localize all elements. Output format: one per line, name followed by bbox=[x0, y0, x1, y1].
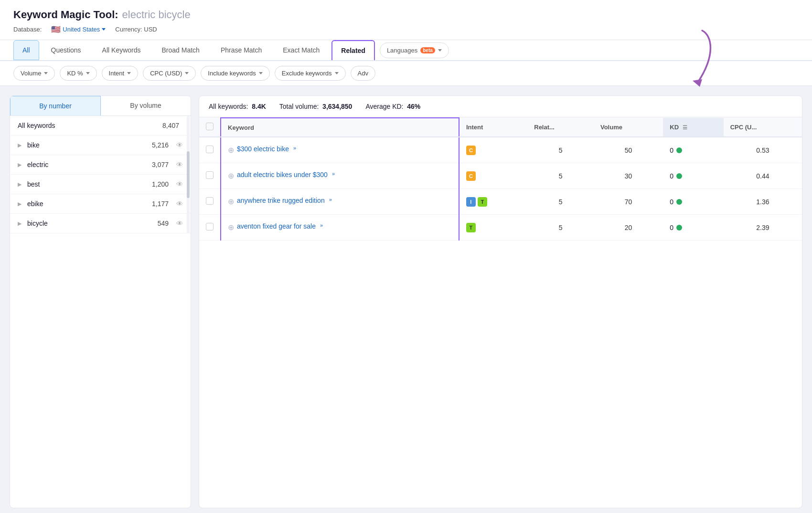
th-kd[interactable]: KD ☰ bbox=[663, 118, 723, 137]
keyword-text: anywhere trike rugged edition bbox=[237, 196, 325, 206]
th-volume[interactable]: Volume bbox=[594, 118, 663, 137]
filter-cpc-label: CPC (USD) bbox=[150, 70, 182, 77]
filter-volume[interactable]: Volume bbox=[13, 66, 55, 81]
keyword-text: aventon fixed gear for sale bbox=[237, 221, 316, 231]
filter-kd-label: KD % bbox=[67, 70, 83, 77]
kd-dot-icon bbox=[676, 147, 682, 153]
list-item[interactable]: ▶ ebike 1,177 👁 bbox=[10, 194, 191, 214]
row-checkbox[interactable] bbox=[206, 197, 214, 205]
navigate-icon[interactable]: » bbox=[320, 221, 323, 230]
keyword-cell[interactable]: ⊕ aventon fixed gear for sale » bbox=[221, 215, 459, 241]
add-keyword-icon[interactable]: ⊕ bbox=[228, 222, 234, 233]
tab-all[interactable]: All bbox=[13, 40, 39, 60]
tab-related[interactable]: Related bbox=[331, 40, 375, 61]
filter-include-keywords[interactable]: Include keywords bbox=[201, 66, 269, 81]
row-checkbox-cell[interactable] bbox=[199, 163, 221, 189]
stats-bar: All keywords: 8.4K Total volume: 3,634,8… bbox=[199, 96, 802, 117]
filter-kd[interactable]: KD % bbox=[60, 66, 96, 81]
intent-badge-c: C bbox=[466, 146, 476, 155]
eye-icon[interactable]: 👁 bbox=[176, 180, 183, 188]
keyword-cell[interactable]: ⊕ anywhere trike rugged edition » bbox=[221, 189, 459, 215]
eye-icon[interactable]: 👁 bbox=[176, 200, 183, 208]
row-checkbox[interactable] bbox=[206, 146, 214, 153]
keywords-table-area: All keywords: 8.4K Total volume: 3,634,8… bbox=[199, 95, 802, 508]
related-cell: 5 bbox=[527, 215, 594, 241]
th-related[interactable]: Relat... bbox=[527, 118, 594, 137]
all-keywords-label: All keywords: bbox=[209, 103, 248, 110]
sidebar-tab-by-volume[interactable]: By volume bbox=[101, 96, 191, 115]
sidebar-scroll-area: All keywords 8,407 ▶ bike 5,216 👁 ▶ elec… bbox=[10, 116, 191, 233]
sidebar-count-best: 1,200 bbox=[152, 180, 169, 188]
sidebar-all-keywords-count: 8,407 bbox=[162, 122, 179, 129]
database-value: United States bbox=[63, 26, 100, 33]
expand-icon: ▶ bbox=[18, 220, 21, 227]
tab-phrase-match[interactable]: Phrase Match bbox=[212, 40, 271, 60]
all-keywords-stat: All keywords: 8.4K bbox=[209, 103, 266, 110]
row-checkbox[interactable] bbox=[206, 223, 214, 230]
table-row: ⊕ adult electric bikes under $300 » C bbox=[199, 163, 802, 189]
filter-exclude-label: Exclude keywords bbox=[282, 70, 332, 77]
eye-icon[interactable]: 👁 bbox=[176, 141, 183, 149]
list-item[interactable]: ▶ electric 3,077 👁 bbox=[10, 155, 191, 175]
chevron-down-icon bbox=[259, 72, 263, 74]
list-item[interactable]: ▶ best 1,200 👁 bbox=[10, 175, 191, 194]
row-checkbox-cell[interactable] bbox=[199, 137, 221, 163]
tab-questions[interactable]: Questions bbox=[42, 40, 90, 60]
filter-intent[interactable]: Intent bbox=[102, 66, 139, 81]
languages-label: Languages bbox=[387, 47, 417, 54]
kd-dot-icon bbox=[676, 199, 682, 205]
select-all-checkbox[interactable] bbox=[206, 123, 214, 130]
add-keyword-icon[interactable]: ⊕ bbox=[228, 170, 234, 182]
tab-broad-match[interactable]: Broad Match bbox=[153, 40, 209, 60]
kd-cell: 0 bbox=[663, 163, 723, 189]
filter-exclude-keywords[interactable]: Exclude keywords bbox=[275, 66, 346, 81]
navigate-icon[interactable]: » bbox=[332, 170, 335, 178]
navigate-icon[interactable]: » bbox=[329, 196, 332, 204]
expand-icon: ▶ bbox=[18, 201, 21, 207]
eye-icon[interactable]: 👁 bbox=[176, 220, 183, 227]
th-checkbox[interactable] bbox=[199, 118, 221, 137]
tab-all-keywords[interactable]: All Keywords bbox=[93, 40, 150, 60]
list-item[interactable]: ▶ bike 5,216 👁 bbox=[10, 136, 191, 155]
total-volume-label: Total volume: bbox=[279, 103, 319, 110]
filter-adv[interactable]: Adv bbox=[351, 66, 375, 81]
keyword-cell[interactable]: ⊕ adult electric bikes under $300 » bbox=[221, 163, 459, 189]
intent-badge-t: T bbox=[478, 197, 487, 207]
tab-exact-match[interactable]: Exact Match bbox=[274, 40, 329, 60]
th-cpc[interactable]: CPC (U... bbox=[724, 118, 802, 137]
navigate-icon[interactable]: » bbox=[293, 144, 296, 152]
table-row: ⊕ aventon fixed gear for sale » T 5 bbox=[199, 215, 802, 241]
th-intent[interactable]: Intent bbox=[459, 118, 527, 137]
sidebar-tab-by-number[interactable]: By number bbox=[10, 96, 101, 115]
chevron-down-icon bbox=[438, 49, 442, 52]
add-keyword-icon[interactable]: ⊕ bbox=[228, 196, 234, 208]
avg-kd-stat: Average KD: 46% bbox=[365, 103, 420, 110]
page-title-query: electric bicycle bbox=[122, 9, 191, 21]
th-keyword[interactable]: Keyword bbox=[221, 118, 459, 137]
chevron-down-icon bbox=[127, 72, 131, 74]
row-checkbox[interactable] bbox=[206, 171, 214, 179]
beta-badge: beta bbox=[420, 47, 435, 53]
sidebar-count-electric: 3,077 bbox=[152, 161, 169, 168]
tab-languages[interactable]: Languages beta bbox=[380, 42, 449, 58]
sidebar-count-bicycle: 549 bbox=[158, 220, 169, 227]
keyword-text: $300 electric bike bbox=[237, 144, 289, 154]
database-selector[interactable]: 🇺🇸 United States bbox=[51, 25, 106, 34]
list-item[interactable]: ▶ bicycle 549 👁 bbox=[10, 214, 191, 233]
add-keyword-icon[interactable]: ⊕ bbox=[228, 145, 234, 156]
scrollbar-thumb[interactable] bbox=[187, 151, 190, 198]
database-label: Database: bbox=[13, 26, 42, 33]
tabs-bar: All Questions All Keywords Broad Match P… bbox=[0, 40, 812, 61]
kd-value: 0 bbox=[670, 172, 673, 180]
filter-cpc[interactable]: CPC (USD) bbox=[143, 66, 196, 81]
keyword-cell[interactable]: ⊕ $300 electric bike » bbox=[221, 137, 459, 163]
us-flag-icon: 🇺🇸 bbox=[51, 25, 61, 34]
chevron-down-icon bbox=[44, 72, 48, 74]
kd-value: 0 bbox=[670, 198, 673, 206]
chevron-down-icon bbox=[185, 72, 189, 74]
row-checkbox-cell[interactable] bbox=[199, 215, 221, 241]
eye-icon[interactable]: 👁 bbox=[176, 161, 183, 168]
related-cell: 5 bbox=[527, 163, 594, 189]
scrollbar-track[interactable] bbox=[187, 116, 190, 233]
row-checkbox-cell[interactable] bbox=[199, 189, 221, 215]
